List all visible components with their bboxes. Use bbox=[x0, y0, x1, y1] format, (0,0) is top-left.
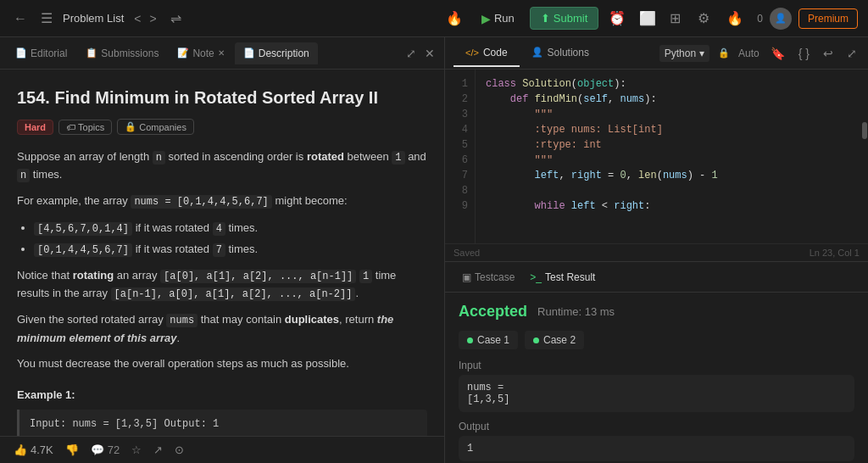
next-arrow[interactable]: > bbox=[146, 10, 159, 27]
result-panel: ▣ Testcase >_ Test Result Accepted Runti… bbox=[445, 261, 868, 463]
note-icon: 📝 bbox=[177, 47, 189, 59]
tab-description[interactable]: 📄 Description bbox=[235, 42, 318, 64]
bottom-bar: 👍 4.7K 👎 💬 72 ☆ ↗ ⊙ bbox=[0, 436, 444, 463]
line-num-6: 6 bbox=[445, 153, 475, 168]
cursor-position: Ln 23, Col 1 bbox=[810, 248, 860, 258]
tab-code[interactable]: </> Code bbox=[453, 40, 520, 67]
problem-content: 154. Find Minimum in Rotated Sorted Arra… bbox=[0, 70, 444, 436]
given-paragraph: Given the sorted rotated array nums that… bbox=[17, 311, 427, 347]
code-header: </> Code 👤 Solutions Python ▾ 🔒 Auto 🔖 {… bbox=[445, 37, 868, 70]
avatar[interactable]: 👤 bbox=[770, 8, 792, 30]
output-label: Output bbox=[459, 421, 854, 432]
saved-status: Saved bbox=[453, 248, 480, 258]
streak-count: 0 bbox=[757, 13, 763, 25]
intro-paragraph: Suppose an array of length n sorted in a… bbox=[17, 148, 427, 184]
submissions-icon: 📋 bbox=[86, 47, 97, 59]
scrollbar-thumb[interactable] bbox=[862, 122, 867, 139]
comments-button[interactable]: 💬 72 bbox=[91, 443, 120, 456]
grid-icon[interactable]: ⊞ bbox=[666, 7, 684, 30]
run-button[interactable]: ▶ Run bbox=[473, 8, 523, 30]
line-num-1: 1 bbox=[445, 76, 475, 92]
accepted-row: Accepted Runtime: 13 ms bbox=[459, 303, 854, 321]
result-content: Accepted Runtime: 13 ms Case 1 Case 2 In… bbox=[445, 293, 868, 463]
n-code-2: n bbox=[17, 169, 30, 182]
timer-icon[interactable]: ⏰ bbox=[605, 7, 629, 30]
line-numbers: 1 2 3 4 5 6 7 8 9 bbox=[445, 70, 476, 243]
problem-list-link[interactable]: Problem List bbox=[63, 12, 124, 25]
upvote-count: 4.7K bbox=[31, 443, 53, 456]
bullet-2: [0,1,4,4,5,6,7] if it was rotated 7 time… bbox=[34, 241, 427, 259]
format-icon[interactable]: { } bbox=[796, 44, 812, 63]
problem-title: 154. Find Minimum in Rotated Sorted Arra… bbox=[17, 86, 427, 109]
line-num-3: 3 bbox=[445, 107, 475, 122]
fire-icon2[interactable]: 🔥 bbox=[723, 7, 747, 30]
left-panel: 📄 Editorial 📋 Submissions 📝 Note ✕ 📄 Des… bbox=[0, 37, 445, 463]
bullet1-arr: [4,5,6,7,0,1,4] bbox=[34, 222, 132, 236]
difficulty-tag: Hard bbox=[17, 120, 53, 135]
solutions-icon: 👤 bbox=[531, 47, 543, 58]
output-box: 1 bbox=[459, 436, 854, 461]
notice-paragraph: Notice that rotating an array [a[0], a[1… bbox=[17, 267, 427, 303]
comments-count: 72 bbox=[108, 443, 120, 456]
note-close[interactable]: ✕ bbox=[218, 48, 225, 58]
shuffle-icon[interactable]: ⇌ bbox=[167, 7, 185, 30]
bookmark-icon[interactable]: 🔖 bbox=[768, 44, 787, 63]
bullet-1: [4,5,6,7,0,1,4] if it was rotated 4 time… bbox=[34, 220, 427, 237]
tab-submissions[interactable]: 📋 Submissions bbox=[77, 42, 167, 64]
upload-icon: ⬆ bbox=[541, 12, 550, 25]
lock-icon: 🔒 bbox=[125, 121, 136, 132]
submit-button[interactable]: ⬆ Submit bbox=[530, 7, 598, 30]
nav-arrows: < > bbox=[131, 10, 159, 27]
undo-icon[interactable]: ↩ bbox=[821, 44, 836, 63]
tab-note[interactable]: 📝 Note ✕ bbox=[169, 42, 232, 64]
tags-row: Hard 🏷 Topics 🔒 Companies bbox=[17, 119, 427, 135]
back-icon[interactable]: ← bbox=[10, 8, 31, 30]
tab-actions: ⤢ ✕ bbox=[403, 44, 437, 63]
auto-label: Auto bbox=[738, 47, 760, 59]
scrollbar[interactable] bbox=[861, 70, 868, 243]
case2-button[interactable]: Case 2 bbox=[525, 331, 584, 349]
upvote-button[interactable]: 👍 4.7K bbox=[14, 443, 53, 456]
runtime-text: Runtime: 13 ms bbox=[537, 305, 615, 318]
more-button[interactable]: ⊙ bbox=[175, 443, 184, 456]
code-content[interactable]: class Solution(object): def findMin(self… bbox=[476, 70, 868, 243]
layout-icon[interactable]: ⬜ bbox=[636, 7, 659, 30]
line-num-7: 7 bbox=[445, 168, 475, 183]
topics-tag[interactable]: 🏷 Topics bbox=[58, 120, 112, 135]
rotating-arr: [a[0], a[1], a[2], ..., a[n-1]] bbox=[160, 270, 356, 283]
close-panel-icon[interactable]: ✕ bbox=[422, 44, 437, 63]
example1-title: Example 1: bbox=[17, 387, 427, 404]
output-val: 1 bbox=[467, 443, 473, 455]
expand-icon[interactable]: ⤢ bbox=[403, 44, 419, 63]
bullet1-times: 4 bbox=[213, 222, 225, 236]
case2-dot bbox=[533, 337, 539, 343]
language-selector[interactable]: Python ▾ bbox=[659, 45, 709, 62]
line-num-4: 4 bbox=[445, 122, 475, 137]
star-button[interactable]: ☆ bbox=[131, 443, 142, 456]
share-button[interactable]: ↗ bbox=[153, 443, 163, 456]
result-tabs: ▣ Testcase >_ Test Result bbox=[445, 262, 868, 293]
example1-box: Input: nums = [1,3,5] Output: 1 bbox=[17, 410, 427, 436]
tab-test-result[interactable]: >_ Test Result bbox=[523, 268, 602, 287]
tab-editorial[interactable]: 📄 Editorial bbox=[7, 42, 75, 64]
code-editor[interactable]: 1 2 3 4 5 6 7 8 9 class Solution(object)… bbox=[445, 70, 868, 243]
premium-button[interactable]: Premium bbox=[798, 8, 858, 29]
editorial-icon: 📄 bbox=[15, 47, 27, 59]
code-tabs: </> Code 👤 Solutions bbox=[453, 40, 601, 67]
expand-code-icon[interactable]: ⤢ bbox=[844, 44, 860, 63]
companies-tag[interactable]: 🔒 Companies bbox=[117, 119, 194, 135]
bullet2-arr: [0,1,4,4,5,6,7] bbox=[34, 243, 132, 257]
downvote-button[interactable]: 👎 bbox=[65, 443, 79, 456]
must-paragraph: You must decrease the overall operation … bbox=[17, 355, 427, 373]
one-time-code: 1 bbox=[359, 270, 372, 283]
tab-solutions[interactable]: 👤 Solutions bbox=[520, 40, 601, 67]
case1-button[interactable]: Case 1 bbox=[459, 331, 518, 349]
line-num-8: 8 bbox=[445, 183, 475, 198]
example-intro-paragraph: For example, the array nums = [0,1,4,4,5… bbox=[17, 192, 427, 210]
result-arr: [a[n-1], a[0], a[1], a[2], ..., a[n-2]] bbox=[111, 287, 356, 301]
nums-code: nums bbox=[166, 314, 198, 327]
tab-testcase[interactable]: ▣ Testcase bbox=[455, 268, 521, 287]
prev-arrow[interactable]: < bbox=[131, 10, 144, 27]
menu-icon[interactable]: ☰ bbox=[37, 7, 56, 30]
settings-icon[interactable]: ⚙ bbox=[694, 7, 713, 30]
